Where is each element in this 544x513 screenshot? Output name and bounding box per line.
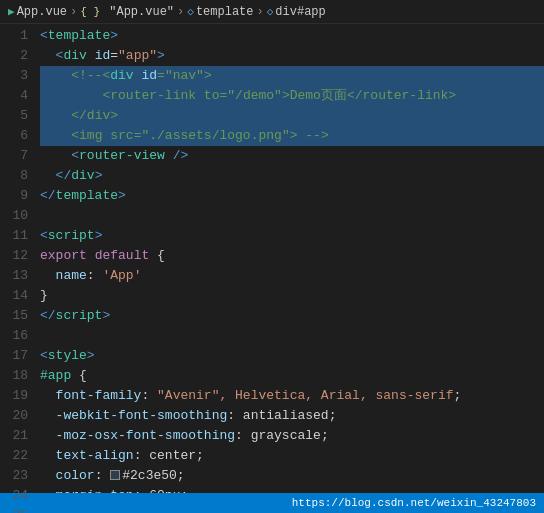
- line-num-8: 8: [0, 166, 28, 186]
- code-line-8: </div>: [40, 166, 544, 186]
- line-num-15: 15: [0, 306, 28, 326]
- tagname-1: template: [48, 26, 110, 46]
- vue-triangle-icon: ▶: [8, 5, 15, 18]
- editor-body: 1 2 3 4 5 6 7 8 9 10 11 12 13 14 15 16 1…: [0, 24, 544, 493]
- breadcrumb-label-4: div#app: [275, 5, 325, 19]
- code-line-15: </script>: [40, 306, 544, 326]
- code-line-14: }: [40, 286, 544, 306]
- line-num-13: 13: [0, 266, 28, 286]
- line-num-17: 17: [0, 346, 28, 366]
- code-line-18: #app {: [40, 366, 544, 386]
- breadcrumb-item-divapp[interactable]: div#app: [275, 5, 325, 19]
- line-num-16: 16: [0, 326, 28, 346]
- line-numbers: 1 2 3 4 5 6 7 8 9 10 11 12 13 14 15 16 1…: [0, 24, 36, 493]
- line-num-24: 24: [0, 486, 28, 506]
- code-line-24: margin-top: 60px;: [40, 486, 544, 493]
- line-num-4: 4: [0, 86, 28, 106]
- breadcrumb-label-3: template: [196, 5, 254, 19]
- separator-3: ›: [257, 5, 264, 19]
- line-num-7: 7: [0, 146, 28, 166]
- separator-1: ›: [70, 5, 77, 19]
- code-line-23: color: #2c3e50;: [40, 466, 544, 486]
- line-num-3: 3: [0, 66, 28, 86]
- line-num-6: 6: [0, 126, 28, 146]
- breadcrumb: ▶ App.vue › { } "App.vue" › ◇ template ›…: [0, 0, 544, 24]
- status-bar: https://blog.csdn.net/weixin_43247803: [0, 493, 544, 513]
- line-num-12: 12: [0, 246, 28, 266]
- code-line-17: <style>: [40, 346, 544, 366]
- line-num-14: 14: [0, 286, 28, 306]
- breadcrumb-item-template[interactable]: template: [196, 5, 254, 19]
- color-swatch: [110, 470, 120, 480]
- line-num-21: 21: [0, 426, 28, 446]
- braces-icon: { }: [80, 6, 100, 18]
- breadcrumb-item-appvue2[interactable]: "App.vue": [102, 5, 174, 19]
- code-line-20: -webkit-font-smoothing: antialiased;: [40, 406, 544, 426]
- code-line-11: <script>: [40, 226, 544, 246]
- code-line-21: -moz-osx-font-smoothing: grayscale;: [40, 426, 544, 446]
- line-num-19: 19: [0, 386, 28, 406]
- div-icon: ◇: [267, 5, 274, 18]
- code-line-16: [40, 326, 544, 346]
- template-icon: ◇: [187, 5, 194, 18]
- line-num-11: 11: [0, 226, 28, 246]
- code-line-3: <!--<div id="nav">: [40, 66, 544, 86]
- line-num-2: 2: [0, 46, 28, 66]
- code-line-4: <router-link to="/demo">Demo页面</router-l…: [40, 86, 544, 106]
- separator-2: ›: [177, 5, 184, 19]
- code-line-19: font-family: "Avenir", Helvetica, Arial,…: [40, 386, 544, 406]
- code-line-2: <div id="app">: [40, 46, 544, 66]
- line-num-1: 1: [0, 26, 28, 46]
- breadcrumb-label: App.vue: [17, 5, 67, 19]
- status-url: https://blog.csdn.net/weixin_43247803: [292, 497, 536, 509]
- line-num-10: 10: [0, 206, 28, 226]
- breadcrumb-item-appvue[interactable]: App.vue: [17, 5, 67, 19]
- code-line-1: <template>: [40, 26, 544, 46]
- code-line-22: text-align: center;: [40, 446, 544, 466]
- code-line-7: <router-view />: [40, 146, 544, 166]
- tag-1: <: [40, 26, 48, 46]
- code-line-5: </div>: [40, 106, 544, 126]
- code-line-13: name: 'App': [40, 266, 544, 286]
- breadcrumb-label-2: "App.vue": [102, 5, 174, 19]
- line-num-9: 9: [0, 186, 28, 206]
- line-num-22: 22: [0, 446, 28, 466]
- code-line-6: <img src="./assets/logo.png"> -->: [40, 126, 544, 146]
- line-num-25: 25: [0, 506, 28, 513]
- code-area[interactable]: <template> <div id="app"> <!--<div id="n…: [36, 24, 544, 493]
- line-num-20: 20: [0, 406, 28, 426]
- code-line-10: [40, 206, 544, 226]
- code-line-9: </template>: [40, 186, 544, 206]
- line-num-18: 18: [0, 366, 28, 386]
- line-num-23: 23: [0, 466, 28, 486]
- line-num-5: 5: [0, 106, 28, 126]
- code-line-12: export default {: [40, 246, 544, 266]
